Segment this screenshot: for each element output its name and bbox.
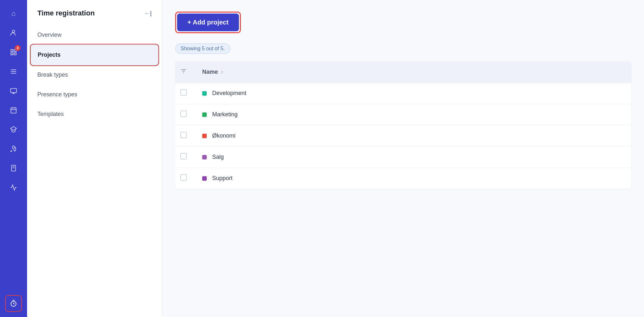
table-row: Support xyxy=(175,168,631,189)
rocket-icon[interactable] xyxy=(5,140,22,157)
nav-sidebar: Time registration ←| Overview Projects B… xyxy=(27,0,162,317)
graduation-icon[interactable] xyxy=(5,121,22,138)
sidebar-item-projects[interactable]: Projects xyxy=(31,45,158,65)
add-project-button[interactable]: + Add project xyxy=(177,14,239,31)
color-dot-0 xyxy=(202,91,207,96)
back-icon[interactable]: ←| xyxy=(144,10,152,17)
project-name-cell: Salg xyxy=(194,147,631,168)
svg-rect-8 xyxy=(11,89,16,93)
svg-point-16 xyxy=(14,148,15,148)
sidebar-item-presence-types[interactable]: Presence types xyxy=(27,85,162,104)
sort-arrow: ↑ xyxy=(221,70,223,75)
name-col-header[interactable]: Name ↑ xyxy=(194,62,631,83)
projects-table: Name ↑ Development Marketing Økonomi xyxy=(175,62,631,189)
section-title-text: Time registration xyxy=(37,9,95,17)
row-checkbox-1[interactable] xyxy=(180,110,187,117)
grid-icon[interactable]: 8 xyxy=(5,44,22,61)
project-name-2: Økonomi xyxy=(212,132,235,139)
users-icon[interactable] xyxy=(5,24,22,41)
showing-label: Showing 5 out of 5. xyxy=(175,43,230,54)
section-title: Time registration ←| xyxy=(27,9,162,25)
checkbox-cell xyxy=(175,125,194,147)
svg-rect-4 xyxy=(14,53,16,55)
main-content: + Add project Showing 5 out of 5. Nam xyxy=(162,0,644,317)
row-checkbox-4[interactable] xyxy=(180,174,187,181)
project-name-0: Development xyxy=(212,90,246,96)
card-icon[interactable] xyxy=(5,160,22,177)
project-name-cell: Support xyxy=(194,168,631,189)
table-row: Marketing xyxy=(175,104,631,125)
project-name-3: Salg xyxy=(212,154,224,160)
project-name-cell: Marketing xyxy=(194,104,631,125)
color-dot-1 xyxy=(202,112,207,117)
project-name-1: Marketing xyxy=(212,111,238,118)
calendar-icon[interactable] xyxy=(5,102,22,119)
row-checkbox-3[interactable] xyxy=(180,153,187,159)
checkbox-cell xyxy=(175,168,194,189)
project-name-4: Support xyxy=(212,175,232,181)
color-dot-4 xyxy=(202,176,207,181)
project-name-cell: Development xyxy=(194,83,631,104)
icon-sidebar: ⌂ 8 xyxy=(0,0,27,317)
name-col-label: Name xyxy=(202,69,218,75)
activity-icon[interactable] xyxy=(5,179,22,196)
project-name-cell: Økonomi xyxy=(194,125,631,147)
sidebar-item-overview[interactable]: Overview xyxy=(27,25,162,45)
svg-rect-11 xyxy=(11,108,16,113)
list-icon[interactable] xyxy=(5,63,22,80)
row-checkbox-2[interactable] xyxy=(180,132,187,138)
svg-point-0 xyxy=(12,30,14,33)
checkbox-cell xyxy=(175,104,194,125)
table-row: Økonomi xyxy=(175,125,631,147)
filter-col-header xyxy=(175,62,194,83)
home-icon[interactable]: ⌂ xyxy=(5,5,22,22)
timer-icon[interactable] xyxy=(5,295,22,312)
grid-badge: 8 xyxy=(15,45,21,51)
sidebar-item-templates[interactable]: Templates xyxy=(27,104,162,124)
color-dot-2 xyxy=(202,134,207,138)
table-row: Development xyxy=(175,83,631,104)
sidebar-item-break-types[interactable]: Break types xyxy=(27,65,162,85)
svg-rect-1 xyxy=(11,50,13,52)
row-checkbox-0[interactable] xyxy=(180,89,187,96)
checkbox-cell xyxy=(175,83,194,104)
checkbox-cell xyxy=(175,147,194,168)
color-dot-3 xyxy=(202,155,207,159)
svg-rect-3 xyxy=(11,53,13,55)
filter-icon[interactable] xyxy=(180,69,187,76)
monitor-icon[interactable] xyxy=(5,82,22,99)
table-row: Salg xyxy=(175,147,631,168)
